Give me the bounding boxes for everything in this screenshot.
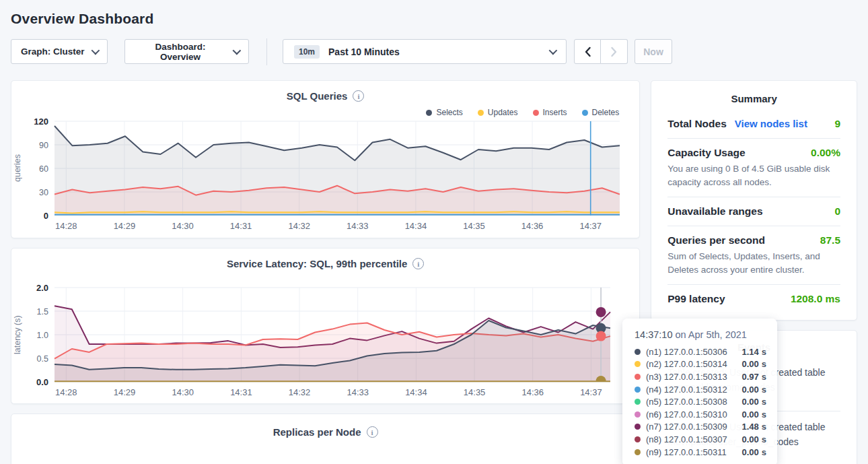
node-address: (n3) 127.0.0.1:50313: [646, 372, 742, 382]
info-icon[interactable]: i: [412, 258, 424, 269]
tooltip-timestamp: 14:37:10 on Apr 5th, 2021: [635, 329, 766, 340]
replicas-chart-title: Replicas per Node: [273, 426, 361, 438]
time-range-selector[interactable]: 10m Past 10 Minutes: [283, 39, 567, 64]
node-latency-value: 0.00: [742, 409, 758, 420]
svg-text:90: 90: [39, 141, 48, 150]
time-prev-button[interactable]: [574, 39, 601, 64]
toolbar: Graph: Cluster Dashboard: Overview 10m P…: [11, 39, 857, 64]
chevron-down-icon: [549, 46, 558, 55]
svg-text:14:30: 14:30: [172, 221, 194, 231]
info-icon[interactable]: i: [367, 426, 378, 438]
tooltip-time: 14:37:10: [635, 329, 672, 340]
tooltip-row: (n8) 127.0.0.1:503070.00s: [635, 433, 766, 446]
dashboard-selector-dropdown[interactable]: Dashboard: Overview: [124, 39, 249, 64]
node-color-dot: [635, 411, 641, 418]
svg-text:14:33: 14:33: [347, 387, 369, 397]
latency-plot[interactable]: 14:2814:2914:3014:3114:3214:3314:3414:35…: [11, 282, 645, 401]
svg-text:14:33: 14:33: [347, 221, 369, 231]
summary-label: Total Nodes: [667, 118, 727, 130]
node-color-dot: [635, 449, 641, 455]
node-latency-unit: s: [762, 447, 766, 457]
summary-row-unavailable-ranges: Unavailable ranges 0: [667, 197, 840, 226]
tooltip-date: on Apr 5th, 2021: [672, 329, 746, 340]
svg-text:14:28: 14:28: [55, 387, 77, 397]
svg-text:2.0: 2.0: [36, 283, 48, 293]
info-icon[interactable]: i: [353, 90, 364, 102]
node-latency-unit: s: [762, 347, 766, 357]
summary-value: 87.5: [820, 234, 840, 246]
svg-text:0.5: 0.5: [37, 354, 48, 364]
svg-text:14:31: 14:31: [230, 221, 252, 231]
node-color-dot: [635, 374, 641, 380]
summary-row-capacity: Capacity Usage 0.00% You are using 0 B o…: [667, 139, 840, 197]
node-address: (n4) 127.0.0.1:50312: [646, 385, 742, 395]
node-color-dot: [635, 436, 641, 442]
summary-title: Summary: [667, 81, 840, 110]
summary-label: Queries per second: [667, 234, 765, 246]
svg-text:14:37: 14:37: [580, 387, 602, 397]
svg-text:14:28: 14:28: [55, 221, 77, 231]
summary-panel: Summary Total Nodes View nodes list 9 Ca…: [651, 80, 857, 321]
tooltip-row: (n3) 127.0.0.1:503130.97s: [635, 370, 766, 383]
svg-text:14:31: 14:31: [230, 387, 252, 397]
legend-dot-deletes: [582, 110, 588, 116]
tooltip-row: (n4) 127.0.0.1:503120.00s: [635, 383, 766, 396]
sql-queries-plot[interactable]: 14:2814:2914:3014:3114:3214:3314:3414:35…: [11, 116, 645, 234]
node-color-dot: [635, 349, 641, 355]
tooltip-row: (n5) 127.0.0.1:503080.00s: [635, 395, 766, 408]
node-address: (n1) 127.0.0.1:50306: [646, 347, 742, 357]
legend-dot-selects: [426, 110, 432, 116]
svg-text:14:37: 14:37: [579, 221, 602, 231]
tooltip-row: (n6) 127.0.0.1:503100.00s: [635, 408, 766, 421]
tooltip-row: (n1) 127.0.0.1:503061.14s: [635, 345, 766, 358]
chevron-down-icon: [233, 46, 242, 55]
summary-value: 9: [834, 118, 840, 130]
charts-column: SQL Queries i Selects Updates Inserts: [11, 80, 640, 464]
node-color-dot: [635, 361, 641, 367]
summary-value: 0.00%: [811, 147, 840, 159]
svg-text:14:35: 14:35: [463, 221, 485, 231]
summary-label: Unavailable ranges: [667, 205, 762, 218]
graph-selector-label: Graph: Cluster: [21, 46, 85, 57]
svg-text:14:36: 14:36: [521, 387, 544, 397]
now-button[interactable]: Now: [635, 39, 672, 64]
svg-text:14:30: 14:30: [172, 387, 194, 397]
svg-text:60: 60: [39, 164, 48, 174]
node-address: (n8) 127.0.0.1:50307: [646, 434, 742, 444]
legend-dot-inserts: [533, 110, 539, 116]
latency-hover-tooltip: 14:37:10 on Apr 5th, 2021 (n1) 127.0.0.1…: [622, 319, 777, 464]
latency-chart-title: Service Latency: SQL, 99th percentile: [227, 258, 407, 269]
node-address: (n6) 127.0.0.1:50310: [646, 409, 742, 420]
view-nodes-link[interactable]: View nodes list: [735, 118, 807, 129]
node-latency-unit: s: [762, 372, 766, 382]
chevron-right-icon: [610, 46, 618, 57]
node-address: (n7) 127.0.0.1:50309: [646, 422, 742, 432]
node-address: (n9) 127.0.0.1:50311: [646, 447, 742, 457]
svg-text:14:34: 14:34: [405, 387, 427, 397]
legend-dot-updates: [478, 110, 484, 116]
sql-queries-chart-title: SQL Queries: [287, 90, 348, 102]
page-title: Overview Dashboard: [0, 0, 868, 36]
node-latency-unit: s: [762, 385, 766, 395]
node-latency-unit: s: [762, 359, 766, 369]
svg-text:0: 0: [44, 211, 48, 221]
svg-text:14:32: 14:32: [289, 387, 311, 397]
node-color-dot: [635, 399, 641, 405]
time-pager: [574, 39, 628, 64]
latency-chart-card: Service Latency: SQL, 99th percentile i …: [11, 248, 640, 404]
node-latency-unit: s: [762, 422, 766, 432]
node-latency-value: 0.97: [742, 372, 758, 382]
node-latency-unit: s: [762, 409, 766, 420]
dashboard-selector-label: Dashboard: Overview: [135, 42, 226, 62]
summary-row-total-nodes: Total Nodes View nodes list 9: [667, 110, 840, 139]
time-next-button[interactable]: [601, 39, 628, 64]
svg-text:0.0: 0.0: [36, 377, 48, 387]
svg-text:14:35: 14:35: [464, 387, 486, 397]
chevron-left-icon: [584, 46, 591, 57]
replicas-chart-card: Replicas per Node i: [11, 413, 640, 464]
node-color-dot: [635, 387, 641, 393]
svg-text:1.5: 1.5: [37, 307, 48, 317]
graph-selector-dropdown[interactable]: Graph: Cluster: [11, 39, 108, 64]
svg-text:14:29: 14:29: [114, 387, 136, 397]
summary-label: Capacity Usage: [667, 147, 745, 159]
